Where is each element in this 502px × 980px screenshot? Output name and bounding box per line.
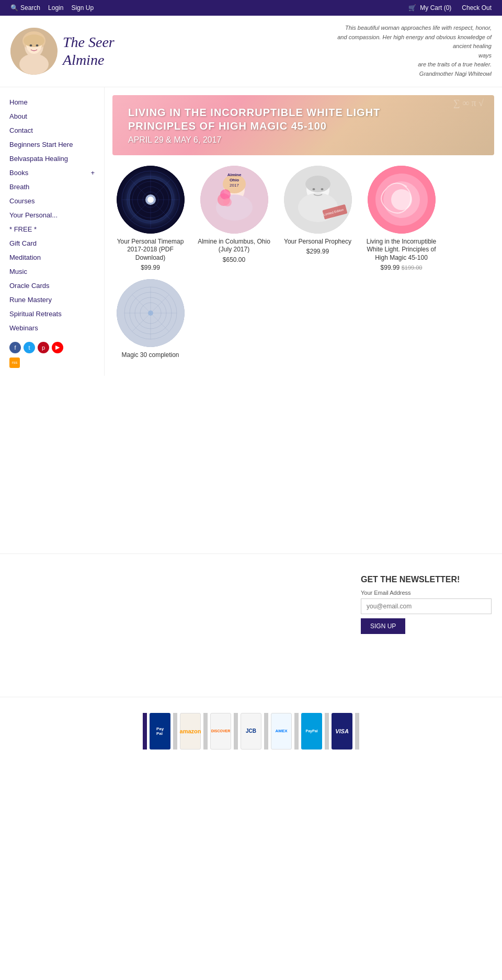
svg-point-32 xyxy=(305,176,330,192)
footer-spacer xyxy=(0,765,502,870)
search-link[interactable]: Search xyxy=(20,4,40,11)
product-link-prophecy[interactable]: Limited Edition xyxy=(280,166,356,234)
svg-text:Ohio: Ohio xyxy=(229,178,238,182)
sidebar-navigation: Home About Contact Beginners Start Here … xyxy=(0,87,105,376)
site-title: The Seer Almine xyxy=(63,33,115,68)
svg-point-6 xyxy=(30,44,32,47)
sidebar-item-spiritual-retreats[interactable]: Spiritual Retreats xyxy=(5,307,99,321)
signup-link[interactable]: Sign Up xyxy=(71,4,94,11)
cart-icon: 🛒 xyxy=(408,4,416,11)
payment-logo-amazon: amazon xyxy=(180,713,201,750)
product-link-ohio[interactable]: Almine Ohio 2017 xyxy=(196,166,272,234)
svg-point-35 xyxy=(321,188,323,190)
rss-icon[interactable]: rss xyxy=(9,358,20,368)
facebook-icon[interactable]: f xyxy=(9,342,21,353)
twitter-icon[interactable]: t xyxy=(24,342,35,353)
search-wrap[interactable]: 🔍 Search xyxy=(10,4,40,11)
product-link-white-light[interactable] xyxy=(363,166,439,234)
product-image-prophecy: Limited Edition xyxy=(284,166,352,234)
sidebar-item-books[interactable]: Books + xyxy=(5,166,99,180)
pinterest-icon[interactable]: p xyxy=(38,342,49,353)
payment-logo-amex: AMEX xyxy=(271,713,292,750)
quote-text: This beautiful woman approaches life wit… xyxy=(337,25,492,67)
top-navigation: 🔍 Search Login Sign Up 🛒 My Cart (0) Che… xyxy=(0,0,502,16)
login-link[interactable]: Login xyxy=(48,4,63,11)
strip-3 xyxy=(203,713,208,750)
newsletter-title: GET THE NEWSLETTER! xyxy=(361,575,492,584)
product-card-ohio: Almine Ohio 2017 Almine in Columbus, Ohi… xyxy=(196,166,272,272)
sidebar-item-home[interactable]: Home xyxy=(5,95,99,109)
banner[interactable]: LIVING IN THE INCORRUPTIBLE WHITE LIGHT … xyxy=(112,95,494,155)
product-price-prophecy: $299.99 xyxy=(280,248,356,255)
sidebar-item-about[interactable]: About xyxy=(5,109,99,123)
product-card-magic: Magic 30 completion xyxy=(112,279,188,362)
sidebar-item-breath[interactable]: Breath xyxy=(5,180,99,194)
product-title-prophecy: Your Personal Prophecy xyxy=(280,238,356,246)
checkout-link[interactable]: Check Out xyxy=(462,4,492,11)
svg-line-17 xyxy=(130,179,171,220)
product-title-timemap: Your Personal Timemap 2017-2018 (PDF Dow… xyxy=(112,238,188,262)
quote-attribution: Grandmother Nagi Whiteowl xyxy=(419,71,492,77)
site-title-line1: The Seer xyxy=(63,34,115,50)
svg-point-12 xyxy=(138,187,164,213)
site-title-line2: Almine xyxy=(63,52,104,68)
svg-line-16 xyxy=(130,179,171,220)
sidebar-item-contact[interactable]: Contact xyxy=(5,123,99,137)
svg-point-18 xyxy=(145,194,156,205)
strip-4 xyxy=(234,713,238,750)
sidebar-item-gift-card[interactable]: Gift Card xyxy=(5,236,99,250)
header-quote: This beautiful woman approaches life wit… xyxy=(335,24,492,79)
sidebar-item-webinars[interactable]: Webinars xyxy=(5,321,99,335)
svg-point-34 xyxy=(312,188,315,190)
spacer-2 xyxy=(0,655,502,697)
product-price-white-light: $99.99 $199.00 xyxy=(363,264,439,271)
svg-point-25 xyxy=(220,189,231,200)
svg-text:2017: 2017 xyxy=(230,183,239,188)
sidebar-item-oracle-cards[interactable]: Oracle Cards xyxy=(5,279,99,293)
payment-logo-jcb: JCB xyxy=(241,713,261,750)
youtube-icon[interactable]: ▶ xyxy=(52,342,63,353)
newsletter-signup-button[interactable]: SIGN UP xyxy=(361,618,405,634)
svg-point-26 xyxy=(223,198,232,206)
sidebar-item-free[interactable]: * FREE * xyxy=(5,222,99,236)
sidebar-item-beginners[interactable]: Beginners Start Here xyxy=(5,137,99,152)
product-card-white-light: Living in the Incorruptible White Light.… xyxy=(363,166,439,272)
social-icons: f t p ▶ xyxy=(5,338,99,358)
sidebar-item-rune-mastery[interactable]: Rune Mastery xyxy=(5,293,99,307)
product-price-ohio: $650.00 xyxy=(196,256,272,263)
payment-logo-paypal2: PayPal xyxy=(301,713,322,750)
payment-logo-visa: VISA xyxy=(332,713,352,750)
svg-point-7 xyxy=(36,44,39,47)
payment-section: PayPal amazon DISCOVER JCB AMEX PayPal V… xyxy=(0,697,502,765)
cart-link[interactable]: 🛒 My Cart (0) xyxy=(408,4,451,11)
sidebar-item-music[interactable]: Music xyxy=(5,264,99,279)
main-container: Home About Contact Beginners Start Here … xyxy=(0,87,502,376)
sidebar-item-personal[interactable]: Your Personal... xyxy=(5,208,99,222)
cart-label: My Cart (0) xyxy=(420,4,451,11)
search-icon: 🔍 xyxy=(10,4,18,11)
site-header: The Seer Almine This beautiful woman app… xyxy=(0,16,502,87)
svg-text:Almine: Almine xyxy=(227,172,241,177)
product-image-magic xyxy=(117,279,185,347)
empty-space xyxy=(0,376,502,533)
product-image-white-light xyxy=(368,166,436,234)
newsletter-box: GET THE NEWSLETTER! Your Email Address S… xyxy=(361,575,492,634)
strip-1 xyxy=(143,713,147,750)
svg-point-41 xyxy=(391,189,412,210)
strip-5 xyxy=(264,713,268,750)
product-title-magic: Magic 30 completion xyxy=(112,351,188,360)
top-nav-right: 🛒 My Cart (0) Check Out xyxy=(408,4,492,11)
banner-title: LIVING IN THE INCORRUPTIBLE WHITE LIGHT … xyxy=(128,106,478,133)
product-link-magic[interactable] xyxy=(112,279,188,347)
sidebar-item-courses[interactable]: Courses xyxy=(5,194,99,208)
product-price-timemap: $99.99 xyxy=(112,264,188,271)
newsletter-section: GET THE NEWSLETTER! Your Email Address S… xyxy=(0,554,502,655)
books-arrow-icon: + xyxy=(90,169,95,177)
newsletter-email-input[interactable] xyxy=(361,598,492,614)
product-link-timemap[interactable] xyxy=(112,166,188,234)
strip-8 xyxy=(355,713,359,750)
sidebar-item-belvaspata[interactable]: Belvaspata Healing xyxy=(5,152,99,166)
sidebar-item-meditation[interactable]: Meditation xyxy=(5,250,99,264)
payment-logo-discover: DISCOVER xyxy=(210,713,231,750)
svg-point-11 xyxy=(132,181,169,218)
